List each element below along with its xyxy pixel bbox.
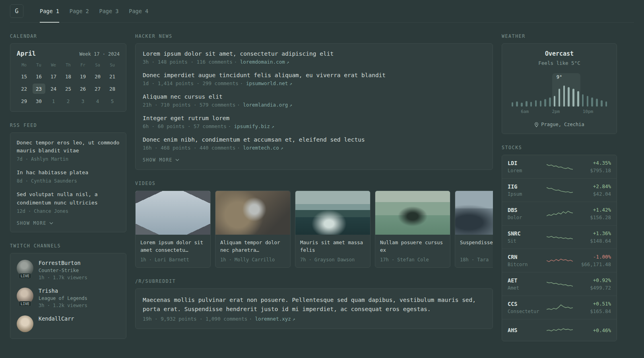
stock-id: AHS [508,327,543,333]
hn-item-domain[interactable]: ipsumify.biz↗ [228,123,274,129]
channel-name[interactable]: KendallCarr [39,315,74,322]
rss-item-title[interactable]: In hac habitasse platea [17,169,120,177]
stock-id: AET Amet [508,277,543,291]
rss-item-meta: 12d · Chance Jones [17,208,120,214]
hn-item-domain[interactable]: ipsumworld.net↗ [240,80,292,86]
calendar-day: 20 [91,71,104,82]
rss-item: Donec tempor eros leo, ut commodo mauris… [17,139,120,162]
subreddit-post: Maecenas mollis pulvinar erat non posuer… [143,296,485,322]
hn-item-domain[interactable]: loremtech.co↗ [237,145,283,151]
weather-bar [510,73,515,107]
twitch-channel[interactable]: LIVE ForrestBurton Counter-Strike 1h · 1… [17,260,120,280]
channel-name[interactable]: Trisha [39,288,87,294]
stock-change: +0.51% [577,301,611,307]
hn-item-title[interactable]: Aliquam nec cursus elit [143,93,485,100]
videos-section-label: VIDEOS [135,181,493,186]
rss-item-title[interactable]: Donec tempor eros leo, ut commodo mauris… [17,139,120,155]
avatar [17,315,33,332]
calendar-day: 22 [18,84,31,94]
hn-item-domain[interactable]: loremdomain.com↗ [234,59,289,65]
domain-text: loremtech.co [243,145,279,151]
weather-bar [524,73,529,107]
app-logo[interactable]: G [10,4,23,18]
stock-row[interactable]: DBS Dolor +1.42% $156.28 [502,202,617,225]
stock-row[interactable]: AET Amet +0.92% $499.72 [502,272,617,296]
external-link-icon: ↗ [293,317,295,322]
channel-name[interactable]: ForrestBurton [39,260,87,266]
video-title[interactable]: Aliquam tempor dolor nec pharetra… [220,239,285,254]
hn-item-title[interactable]: Donec enim nibh, condimentum et accumsan… [143,136,485,143]
stock-symbol: AET [508,277,543,284]
twitch-channel[interactable]: LIVE Trisha League of Legends 3h · 1.2k … [17,288,120,308]
tab-page-2[interactable]: Page 2 [64,0,94,22]
stock-symbol: IIG [508,183,543,190]
video-title[interactable]: Lorem ipsum dolor sit amet consectetu… [140,239,206,254]
hn-item-stats: 21h · 710 points · 579 comments [143,102,235,108]
stock-row[interactable]: LDI Lorem +4.35% $795.18 [502,155,617,178]
avatar-wrap [17,315,33,332]
hn-item-title[interactable]: Donec imperdiet augue tincidunt felis al… [143,72,485,78]
weather-bar [571,73,576,107]
middle-column: HACKER NEWS Lorem ipsum dolor sit amet, … [135,23,493,329]
stock-row[interactable]: AHS +0.46% [502,319,617,341]
top-nav: G Page 1 Page 2 Page 3 Page 4 [10,0,634,23]
video-title[interactable]: Suspendisse diam [460,239,493,254]
stock-name: Bitcorn [508,262,543,267]
video-title[interactable]: Nullam posuere cursus ex [380,239,445,254]
weather-bar [595,73,599,107]
stock-id: LDI Lorem [508,160,543,173]
weekday-label: Mo [17,62,31,67]
hn-item-meta: 6h · 60 points · 57 commentsipsumify.biz… [143,123,485,129]
rss-show-more-button[interactable]: SHOW MORE [17,220,120,226]
stock-id: IIG Ipsum [508,183,543,197]
stock-change: +4.35% [577,160,611,166]
tab-page-3[interactable]: Page 3 [94,0,124,22]
hn-item-domain[interactable]: loremlandia.org↗ [237,102,292,108]
video-card[interactable]: Mauris sit amet massa felis 7h · Grayson… [295,191,370,268]
hn-show-more-button[interactable]: SHOW MORE [143,157,485,163]
rss-item-title[interactable]: Sed volutpat nulla nisl, a condimentum n… [17,191,120,206]
stock-change: +0.46% [577,327,611,333]
weekday-label: Th [61,62,76,67]
stock-price: $165.84 [577,308,611,314]
video-meta: 17h · Stefan Cole [380,257,445,263]
post-domain[interactable]: loremnet.xyz↗ [249,316,295,322]
calendar-month: April [17,50,36,57]
tab-page-1[interactable]: Page 1 [35,0,64,22]
map-pin-icon [534,122,539,127]
stock-row[interactable]: IIG Ipsum +2.84% $42.04 [502,178,617,202]
post-text[interactable]: Maecenas mollis pulvinar erat non posuer… [143,296,485,314]
calendar-day: 26 [77,84,89,94]
rss-item: Sed volutpat nulla nisl, a condimentum n… [17,191,120,214]
stock-name: Amet [508,285,543,291]
calendar-day: 28 [106,84,119,94]
stock-row[interactable]: CRN Bitcorn -1.00% $66,171.48 [502,249,617,272]
weather-bar [604,73,609,107]
stock-row[interactable]: SNRC Sit +1.36% $148.64 [502,225,617,249]
hacker-news-widget: Lorem ipsum dolor sit amet, consectetur … [135,43,493,170]
video-card[interactable]: Suspendisse diam 18h · Tara [455,191,493,268]
domain-text: ipsumify.biz [234,123,270,129]
twitch-channel[interactable]: KendallCarr [17,315,120,332]
rss-section-label: RSS FEED [10,123,126,128]
hn-item-title[interactable]: Lorem ipsum dolor sit amet, consectetur … [143,51,485,57]
calendar-day: 24 [47,84,60,94]
video-card[interactable]: Aliquam tempor dolor nec pharetra… 1h · … [215,191,291,268]
stock-name: Lorem [508,168,543,173]
calendar-day: 30 [33,96,45,106]
stock-sparkline [547,324,573,336]
hn-item-meta: 3h · 148 points · 116 commentsloremdomai… [143,59,485,65]
subreddit-section-label: /R/SUBREDDIT [135,278,493,284]
video-title[interactable]: Mauris sit amet massa felis [300,239,365,254]
stock-row[interactable]: CCS Consectetur +0.51% $165.84 [502,296,617,319]
video-card[interactable]: Lorem ipsum dolor sit amet consectetu… 1… [135,191,211,268]
calendar-week: Week 17 · 2024 [80,51,120,57]
video-card[interactable]: Nullam posuere cursus ex 17h · Stefan Co… [375,191,450,268]
stock-sparkline [547,208,573,220]
calendar-section-label: CALENDAR [10,33,126,39]
stock-values: +4.35% $795.18 [577,160,611,173]
tab-page-4[interactable]: Page 4 [124,0,153,22]
twitch-widget: LIVE ForrestBurton Counter-Strike 1h · 1… [10,253,126,339]
external-link-icon: ↗ [287,60,289,65]
hn-item-title[interactable]: Integer eget rutrum lorem [143,115,485,121]
